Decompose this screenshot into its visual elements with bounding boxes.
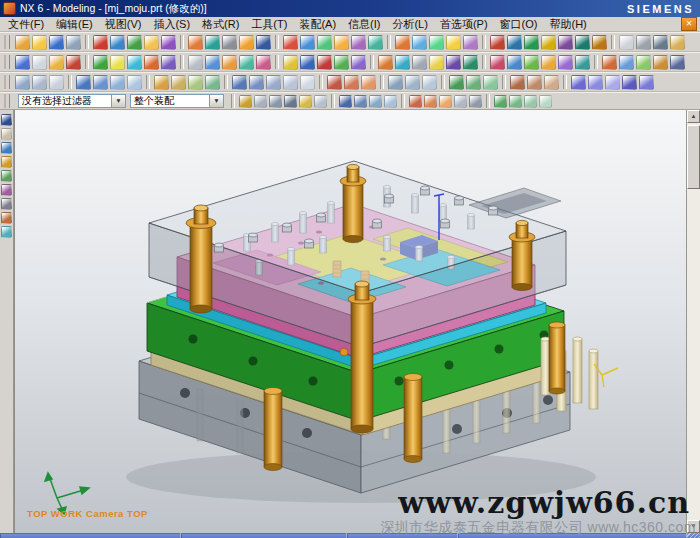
menu-item[interactable]: 插入(S) xyxy=(147,17,196,31)
toolbar-icon[interactable] xyxy=(188,35,203,50)
toolbar-icon[interactable] xyxy=(188,75,203,90)
toolbar-icon[interactable] xyxy=(283,75,298,90)
toolbar-icon[interactable] xyxy=(110,75,125,90)
scroll-up-arrow-icon[interactable]: ▲ xyxy=(687,110,700,123)
menu-item[interactable]: 装配(A) xyxy=(293,17,342,31)
toolbar-icon[interactable] xyxy=(507,35,522,50)
toolbar-icon[interactable] xyxy=(395,55,410,70)
toolbar-icon[interactable] xyxy=(354,95,367,108)
toolbar-icon[interactable] xyxy=(205,75,220,90)
menu-item[interactable]: 分析(L) xyxy=(386,17,433,31)
toolbar-icon[interactable] xyxy=(490,55,505,70)
toolbar-icon[interactable] xyxy=(127,55,142,70)
toolbar-icon[interactable] xyxy=(575,35,590,50)
toolbar-icon[interactable] xyxy=(254,95,267,108)
toolbar-icon[interactable] xyxy=(588,75,603,90)
toolbar-icon[interactable] xyxy=(339,95,352,108)
toolbar-icon[interactable] xyxy=(317,35,332,50)
menu-item[interactable]: 编辑(E) xyxy=(50,17,99,31)
toolbar-icon[interactable] xyxy=(1,128,12,140)
scrollbar-thumb[interactable] xyxy=(687,125,700,189)
toolbar-icon[interactable] xyxy=(395,35,410,50)
toolbar-icon[interactable] xyxy=(144,35,159,50)
toolbar-icon[interactable] xyxy=(494,95,507,108)
toolbar-icon[interactable] xyxy=(670,55,685,70)
menu-item[interactable]: 窗口(O) xyxy=(494,17,544,31)
toolbar-icon[interactable] xyxy=(284,95,297,108)
toolbar-drag-handle[interactable] xyxy=(4,75,10,89)
toolbar-icon[interactable] xyxy=(249,75,264,90)
toolbar-icon[interactable] xyxy=(15,35,30,50)
toolbar-icon[interactable] xyxy=(412,35,427,50)
vertical-scrollbar[interactable]: ▲ ▼ xyxy=(686,110,700,533)
toolbar-icon[interactable] xyxy=(592,35,607,50)
toolbar-icon[interactable] xyxy=(524,35,539,50)
toolbar-icon[interactable] xyxy=(1,184,12,196)
toolbar-icon[interactable] xyxy=(524,95,537,108)
toolbar-icon[interactable] xyxy=(429,35,444,50)
toolbar-icon[interactable] xyxy=(541,55,556,70)
toolbar-icon[interactable] xyxy=(605,75,620,90)
toolbar-icon[interactable] xyxy=(507,55,522,70)
menu-item[interactable]: 工具(T) xyxy=(245,17,293,31)
toolbar-icon[interactable] xyxy=(66,55,81,70)
toolbar-icon[interactable] xyxy=(269,95,282,108)
toolbar-icon[interactable] xyxy=(378,55,393,70)
toolbar-icon[interactable] xyxy=(232,75,247,90)
toolbar-icon[interactable] xyxy=(639,75,654,90)
toolbar-icon[interactable] xyxy=(558,35,573,50)
toolbar-icon[interactable] xyxy=(256,35,271,50)
toolbar-icon[interactable] xyxy=(422,75,437,90)
toolbar-icon[interactable] xyxy=(510,75,525,90)
toolbar-icon[interactable] xyxy=(439,95,452,108)
toolbar-icon[interactable] xyxy=(127,35,142,50)
toolbar-icon[interactable] xyxy=(653,55,668,70)
toolbar-icon[interactable] xyxy=(205,55,220,70)
selection-filter-dropdown[interactable]: 没有选择过滤器 ▼ xyxy=(18,94,126,108)
toolbar-icon[interactable] xyxy=(351,55,366,70)
toolbar-icon[interactable] xyxy=(171,75,186,90)
toolbar-icon[interactable] xyxy=(300,35,315,50)
toolbar-icon[interactable] xyxy=(15,75,30,90)
toolbar-icon[interactable] xyxy=(409,95,422,108)
toolbar-icon[interactable] xyxy=(110,35,125,50)
chevron-down-icon[interactable]: ▼ xyxy=(111,95,125,107)
toolbar-icon[interactable] xyxy=(469,95,482,108)
toolbar-icon[interactable] xyxy=(368,35,383,50)
toolbar-drag-handle[interactable] xyxy=(4,94,10,108)
toolbar-icon[interactable] xyxy=(1,142,12,154)
toolbar-icon[interactable] xyxy=(619,55,634,70)
toolbar-icon[interactable] xyxy=(314,95,327,108)
toolbar-icon[interactable] xyxy=(571,75,586,90)
selection-scope-dropdown[interactable]: 整个装配 ▼ xyxy=(130,94,224,108)
toolbar-icon[interactable] xyxy=(93,35,108,50)
toolbar-icon[interactable] xyxy=(483,75,498,90)
toolbar-icon[interactable] xyxy=(93,75,108,90)
3d-viewport[interactable]: TOP WORK Camera TOP xyxy=(14,110,686,533)
toolbar-icon[interactable] xyxy=(266,75,281,90)
toolbar-icon[interactable] xyxy=(636,55,651,70)
toolbar-icon[interactable] xyxy=(1,170,12,182)
toolbar-icon[interactable] xyxy=(1,212,12,224)
toolbar-icon[interactable] xyxy=(463,55,478,70)
chevron-down-icon[interactable]: ▼ xyxy=(209,95,223,107)
toolbar-icon[interactable] xyxy=(670,35,685,50)
toolbar-icon[interactable] xyxy=(222,35,237,50)
toolbar-icon[interactable] xyxy=(32,35,47,50)
toolbar-icon[interactable] xyxy=(317,55,332,70)
toolbar-icon[interactable] xyxy=(351,35,366,50)
toolbar-icon[interactable] xyxy=(541,35,556,50)
toolbar-icon[interactable] xyxy=(424,95,437,108)
toolbar-icon[interactable] xyxy=(446,55,461,70)
toolbar-icon[interactable] xyxy=(575,55,590,70)
menu-item[interactable]: 信息(I) xyxy=(342,17,386,31)
toolbar-icon[interactable] xyxy=(222,55,237,70)
toolbar-icon[interactable] xyxy=(527,75,542,90)
toolbar-icon[interactable] xyxy=(454,95,467,108)
toolbar-icon[interactable] xyxy=(154,75,169,90)
toolbar-icon[interactable] xyxy=(544,75,559,90)
toolbar-icon[interactable] xyxy=(490,35,505,50)
toolbar-icon[interactable] xyxy=(388,75,403,90)
toolbar-icon[interactable] xyxy=(49,55,64,70)
toolbar-icon[interactable] xyxy=(636,35,651,50)
